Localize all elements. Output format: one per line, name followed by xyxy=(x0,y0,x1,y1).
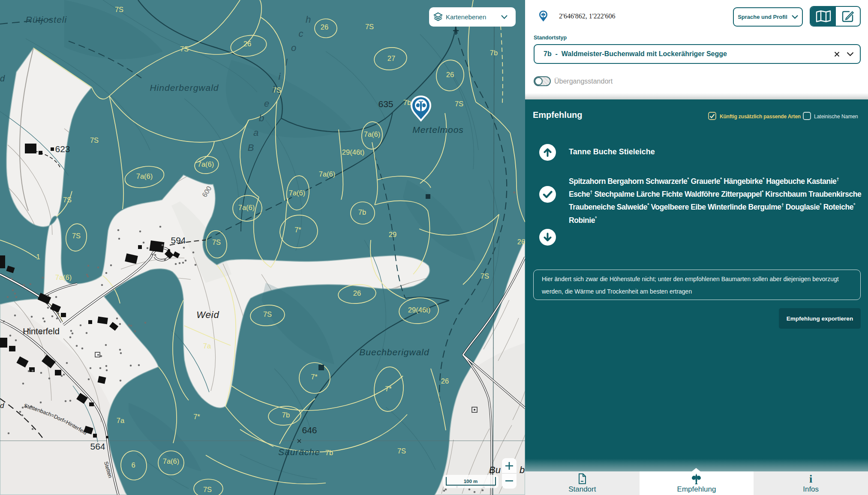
svg-text:7S: 7S xyxy=(63,196,72,204)
svg-text:h: h xyxy=(306,14,311,25)
svg-text:Hinderbergwald: Hinderbergwald xyxy=(150,83,219,93)
svg-text:26: 26 xyxy=(353,289,361,297)
svg-text:29: 29 xyxy=(389,231,396,238)
svg-text:26: 26 xyxy=(321,23,328,31)
svg-text:29(46t): 29(46t) xyxy=(408,306,430,314)
svg-text:1: 1 xyxy=(36,253,40,261)
svg-text:Buechberigwald: Buechberigwald xyxy=(359,347,429,357)
svg-text:7S: 7S xyxy=(365,23,374,30)
svg-text:7S: 7S xyxy=(115,6,123,13)
svg-text:7a(6): 7a(6) xyxy=(163,457,180,465)
svg-text:6: 6 xyxy=(131,461,135,469)
svg-text:7S: 7S xyxy=(455,100,463,108)
svg-text:100 m: 100 m xyxy=(464,479,478,484)
svg-text:7a(6): 7a(6) xyxy=(136,172,153,180)
svg-text:7a: 7a xyxy=(117,417,125,424)
svg-text:c: c xyxy=(299,28,303,39)
svg-text:27: 27 xyxy=(387,54,395,62)
svg-text:d: d xyxy=(0,402,4,410)
svg-text:7*: 7* xyxy=(311,373,318,381)
svg-text:7S: 7S xyxy=(263,310,272,318)
svg-text:7a: 7a xyxy=(203,342,211,350)
svg-text:26: 26 xyxy=(517,238,525,246)
svg-text:623: 623 xyxy=(55,144,70,154)
svg-text:29(46t): 29(46t) xyxy=(342,148,364,156)
svg-text:7a(6): 7a(6) xyxy=(55,273,72,281)
svg-text:a: a xyxy=(253,127,258,138)
svg-text:B: B xyxy=(248,142,254,153)
svg-text:Mertelmoos: Mertelmoos xyxy=(412,125,464,135)
svg-text:7*: 7* xyxy=(385,385,392,393)
svg-text:Säuräche: Säuräche xyxy=(278,447,320,457)
svg-text:7S: 7S xyxy=(212,238,221,246)
svg-text:26: 26 xyxy=(446,71,454,78)
svg-text:7S: 7S xyxy=(180,45,189,53)
svg-text:Kartenebenen: Kartenebenen xyxy=(446,13,486,21)
svg-text:7b: 7b xyxy=(282,411,290,419)
svg-text:d: d xyxy=(0,74,5,83)
svg-text:7a(6): 7a(6) xyxy=(238,204,255,211)
svg-text:7a(6): 7a(6) xyxy=(364,130,381,138)
svg-text:7S: 7S xyxy=(203,486,212,493)
svg-text:594: 594 xyxy=(171,235,186,245)
svg-text:Weid: Weid xyxy=(196,309,219,320)
svg-text:564: 564 xyxy=(90,441,105,451)
svg-text:7S: 7S xyxy=(90,136,99,144)
svg-text:7b: 7b xyxy=(490,49,498,57)
svg-text:7a(6): 7a(6) xyxy=(289,189,306,197)
svg-text:7*: 7* xyxy=(294,226,301,234)
svg-text:7b: 7b xyxy=(325,449,333,456)
svg-text:7*: 7* xyxy=(193,413,200,420)
svg-text:7S: 7S xyxy=(481,272,489,280)
svg-text:o: o xyxy=(291,42,296,53)
svg-text:7b: 7b xyxy=(358,208,366,216)
svg-text:646: 646 xyxy=(302,425,317,435)
svg-text:26: 26 xyxy=(243,40,251,48)
svg-text:Bu: Bu xyxy=(489,465,501,475)
svg-text:Rütjosteli: Rütjosteli xyxy=(26,15,67,24)
svg-text:635: 635 xyxy=(378,99,393,109)
svg-text:7a(6): 7a(6) xyxy=(319,170,336,178)
svg-text:26: 26 xyxy=(441,377,449,385)
svg-text:e: e xyxy=(264,98,269,109)
svg-text:7S: 7S xyxy=(72,232,81,240)
svg-text:Hinterfeld: Hinterfeld xyxy=(23,327,60,336)
svg-text:b: b xyxy=(520,465,525,475)
svg-text:7S: 7S xyxy=(397,447,406,455)
svg-text:7a(6): 7a(6) xyxy=(198,160,214,168)
svg-text:7b: 7b xyxy=(403,99,411,106)
svg-text:b: b xyxy=(259,113,264,123)
